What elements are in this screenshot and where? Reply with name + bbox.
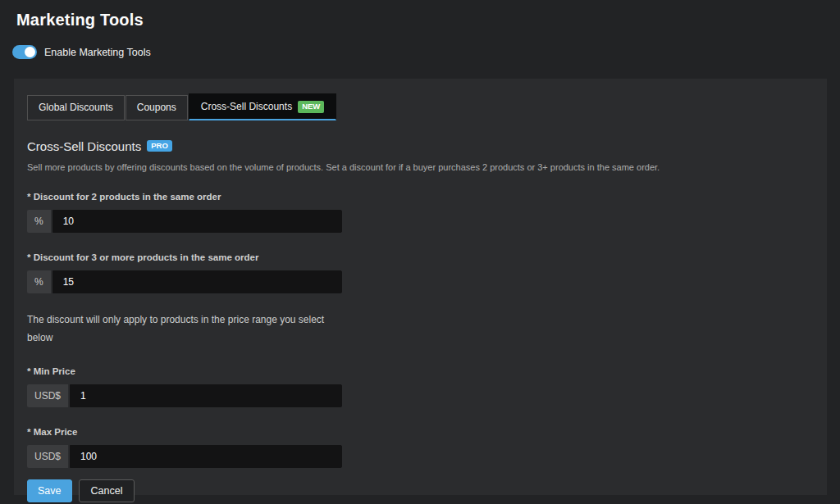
enable-marketing-tools-toggle[interactable] — [12, 45, 37, 59]
tab-cross-sell-discounts[interactable]: Cross-Sell Discounts NEW — [189, 93, 337, 120]
page-header: Marketing Tools — [0, 0, 840, 30]
tab-coupons[interactable]: Coupons — [126, 95, 188, 120]
max-price-input[interactable] — [70, 445, 342, 468]
discount-2-products-input-group: % — [27, 210, 342, 233]
discount-3-products-label: * Discount for 3 or more products in the… — [27, 252, 814, 262]
marketing-tools-panel: Global Discounts Coupons Cross-Sell Disc… — [14, 79, 827, 495]
max-price-label: * Max Price — [27, 427, 814, 437]
tab-label: Global Discounts — [39, 102, 113, 113]
discount-2-products-label: * Discount for 2 products in the same or… — [27, 192, 814, 202]
discount-2-products-input[interactable] — [52, 210, 342, 233]
pro-badge: PRO — [147, 140, 172, 152]
tab-global-discounts[interactable]: Global Discounts — [27, 95, 125, 120]
new-badge: NEW — [298, 101, 324, 113]
page-title: Marketing Tools — [16, 11, 824, 30]
toggle-knob — [25, 47, 35, 57]
tab-label: Coupons — [137, 102, 176, 113]
currency-addon: USD$ — [27, 384, 68, 407]
cancel-button[interactable]: Cancel — [79, 479, 135, 503]
discount-3-products-input-group: % — [27, 270, 342, 293]
button-row: Save Cancel — [27, 479, 814, 503]
enable-toggle-row: Enable Marketing Tools — [12, 45, 840, 59]
max-price-input-group: USD$ — [27, 445, 342, 468]
currency-addon: USD$ — [27, 445, 68, 468]
enable-toggle-label: Enable Marketing Tools — [44, 47, 151, 58]
section-title-row: Cross-Sell Discounts PRO — [27, 139, 814, 153]
section-title: Cross-Sell Discounts — [27, 139, 141, 153]
percent-addon: % — [27, 210, 51, 233]
save-button[interactable]: Save — [27, 479, 72, 503]
tab-label: Cross-Sell Discounts — [201, 101, 292, 112]
min-price-label: * Min Price — [27, 366, 814, 376]
min-price-input-group: USD$ — [27, 384, 342, 407]
section-description: Sell more products by offering discounts… — [27, 162, 814, 172]
tab-bar: Global Discounts Coupons Cross-Sell Disc… — [27, 93, 814, 120]
discount-3-products-input[interactable] — [52, 270, 342, 293]
percent-addon: % — [27, 270, 51, 293]
price-range-hint: The discount will only apply to products… — [27, 311, 335, 347]
min-price-input[interactable] — [70, 384, 342, 407]
